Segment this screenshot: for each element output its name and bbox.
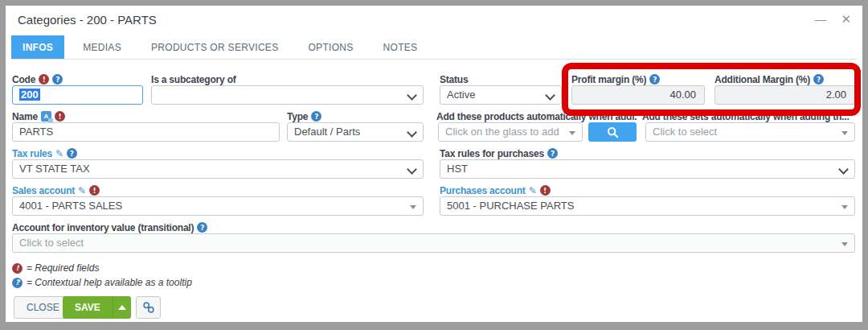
additional-margin-label: Additional Margin (%) ? [714, 73, 855, 85]
translate-icon[interactable]: A [41, 111, 51, 122]
type-label: Type ? [287, 110, 424, 122]
type-select[interactable]: Default / Parts [287, 122, 424, 142]
selected-text: 200 [19, 89, 40, 101]
code-input[interactable]: 200 [12, 85, 143, 105]
tax-rules-purchases-label: Tax rules for purchases ? [440, 147, 855, 159]
inventory-account-select[interactable]: Click to select [12, 233, 855, 253]
name-label: Name A ! [12, 110, 280, 122]
search-button[interactable] [588, 122, 637, 142]
add-sets-select[interactable]: Click to select [645, 122, 855, 142]
chevron-down-icon [838, 164, 849, 175]
tab-notes[interactable]: NOTES [372, 35, 429, 59]
help-icon: ? [12, 278, 23, 288]
purchases-account-label: Purchases account ✎ ! [440, 184, 855, 196]
sales-account-select[interactable]: 4001 - PARTS SALES [12, 196, 424, 216]
caret-down-icon [841, 242, 848, 246]
add-products-label: Add these products automatically when ad… [436, 110, 637, 122]
caret-down-icon [841, 131, 848, 135]
add-sets-label: Add these sets automatically when adding… [642, 110, 855, 122]
link-icon [142, 301, 155, 314]
dialog-title: Categories - 200 - PARTS [18, 13, 157, 27]
help-icon[interactable]: ? [67, 148, 77, 159]
tab-infos[interactable]: INFOS [11, 35, 64, 59]
arrow-up-icon [118, 305, 126, 310]
edit-icon[interactable]: ✎ [529, 185, 537, 196]
help-icon[interactable]: ? [813, 74, 824, 85]
purchases-account-select[interactable]: 5001 - PURCHASE PARTS [440, 196, 855, 216]
name-input[interactable]: PARTS [12, 122, 280, 142]
legend-help: ? = Contextual help available as a toolt… [12, 277, 192, 288]
tab-options[interactable]: OPTIONS [297, 35, 364, 59]
required-icon: ! [540, 185, 551, 196]
inventory-account-label: Account for inventory value (transitiona… [12, 221, 855, 233]
profit-margin-input[interactable]: 40.00 [571, 85, 705, 105]
tab-medias[interactable]: MEDIAS [72, 35, 133, 59]
save-button: SAVE [63, 296, 131, 319]
dialog-categories: Categories - 200 - PARTS — ✕ INFOS MEDIA… [6, 6, 862, 322]
required-icon: ! [89, 185, 100, 196]
required-icon: ! [39, 74, 49, 85]
code-label: Code ! ? [12, 73, 143, 85]
help-icon[interactable]: ? [197, 222, 207, 233]
link-button[interactable] [136, 296, 161, 319]
tab-products-or-services[interactable]: PRODUCTS OR SERVICES [140, 35, 289, 59]
help-icon[interactable]: ? [649, 74, 660, 85]
chevron-down-icon [545, 90, 555, 101]
required-icon: ! [55, 111, 65, 122]
search-icon [607, 126, 619, 138]
chevron-down-icon [407, 127, 417, 138]
additional-margin-input[interactable]: 2.00 [714, 85, 855, 105]
screen: { "window": { "title": "Categories - 200… [0, 0, 868, 330]
legend-required: ! = Required fields [12, 262, 99, 274]
caret-down-icon [569, 131, 575, 135]
tax-rules-select[interactable]: VT STATE TAX [12, 159, 424, 179]
status-label: Status [440, 73, 562, 85]
help-icon[interactable]: ? [52, 74, 63, 85]
save-dropdown-button[interactable] [113, 296, 131, 319]
subcategory-select[interactable] [151, 85, 424, 105]
help-icon[interactable]: ? [311, 111, 321, 122]
chevron-down-icon [407, 164, 417, 175]
tab-bar: INFOS MEDIAS PRODUCTS OR SERVICES OPTION… [11, 35, 857, 60]
help-icon[interactable]: ? [547, 148, 558, 159]
caret-down-icon [410, 205, 416, 209]
window-controls: — ✕ [814, 12, 851, 27]
caret-down-icon [841, 205, 848, 209]
status-select[interactable]: Active [440, 85, 562, 105]
minimize-icon[interactable]: — [814, 12, 826, 27]
tax-rules-purchases-select[interactable]: HST [440, 159, 855, 179]
sales-account-label: Sales account ✎ ! [12, 184, 424, 196]
chevron-down-icon [407, 90, 417, 101]
close-icon[interactable]: ✕ [841, 12, 851, 27]
subcategory-label: Is a subcategory of [151, 73, 424, 85]
save-button-main[interactable]: SAVE [63, 296, 113, 319]
edit-icon[interactable]: ✎ [55, 148, 63, 159]
add-products-select[interactable]: Click on the glass to add [438, 122, 583, 142]
tax-rules-label: Tax rules ✎ ? [12, 147, 424, 159]
profit-margin-label: Profit margin (%) ? [571, 73, 705, 85]
required-icon: ! [12, 263, 23, 274]
edit-icon[interactable]: ✎ [78, 185, 86, 196]
